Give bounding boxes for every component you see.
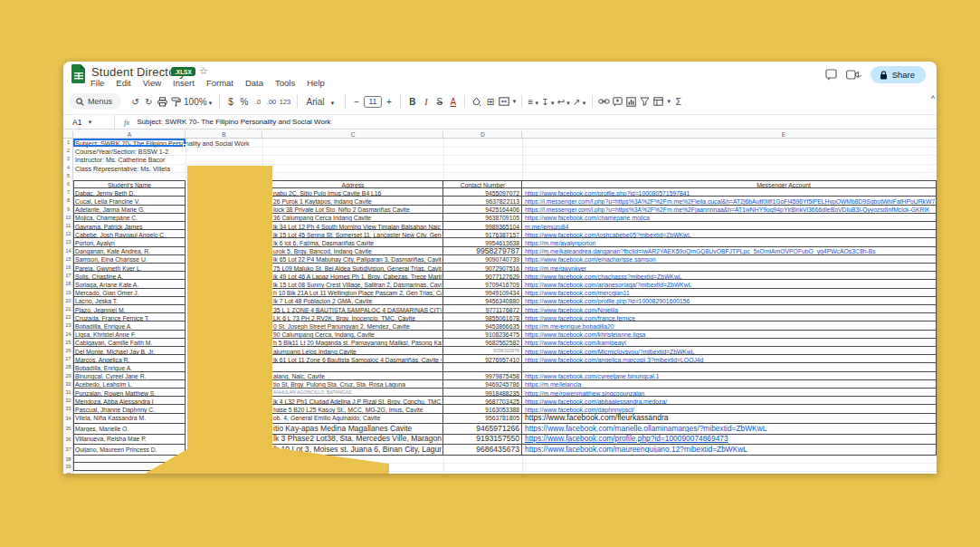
row-header-21[interactable]: 21 [63,305,73,313]
print-button[interactable] [156,97,169,107]
decrease-font-size-button[interactable]: − [350,97,364,107]
cell-address[interactable] [262,363,443,371]
menu-tools[interactable]: Tools [275,78,295,90]
messenger-link[interactable]: https://www.facebook.com/mercgian11 [525,290,935,296]
text-color-button[interactable]: A [446,97,460,107]
row-header-28[interactable]: 28 [63,363,73,371]
row-header-23[interactable]: 23 [63,321,73,330]
italic-button[interactable]: I [419,97,433,107]
messenger-link[interactable]: https://www.facebook.com/arianesoriaga/?… [525,282,935,288]
row-header-29[interactable]: 29 [63,372,73,380]
row-header-10[interactable]: 10 [63,214,73,222]
row-header-39[interactable]: 39 [63,463,73,471]
row-header-18[interactable]: 18 [63,280,73,288]
share-button[interactable]: Share [871,66,926,83]
cell-contact[interactable] [443,363,522,371]
vertical-align-button[interactable]: ↧▼ [540,97,556,107]
strikethrough-button[interactable]: S [433,97,446,107]
messenger-link[interactable]: https://www.facebook.com/maureenquijano.… [525,446,935,454]
zoom-select[interactable]: 100%▼ [183,97,214,107]
merge-cells-button[interactable] [497,97,510,106]
row-header-35[interactable]: 35 [63,424,73,435]
row-header-19[interactable]: 19 [63,289,73,297]
row-header-16[interactable]: 16 [63,264,73,272]
row-header-4[interactable]: 4 [63,164,73,172]
star-icon[interactable]: ☆ [199,65,208,77]
messenger-link[interactable]: https://www.facebook.com/khristelanne.li… [525,331,935,338]
formula-input[interactable]: Subject: SWRK 70- The Filipino Personali… [137,118,330,126]
paint-format-button[interactable] [169,97,183,107]
insert-link-button[interactable] [597,98,611,105]
messenger-link[interactable]: https://www.facebook.com/abbaalessandra.… [525,398,935,405]
increase-font-size-button[interactable]: + [382,97,395,107]
messenger-link[interactable]: https://m.me/kateandrea.danganan?fbclid=… [525,248,935,254]
messenger-link[interactable]: https://m.me/gwynkyer [525,265,935,272]
format-percent-button[interactable]: % [238,97,252,107]
fill-color-button[interactable] [470,97,483,107]
row-header-3[interactable]: 3 [63,155,73,163]
column-header-B[interactable]: B [186,130,262,139]
merge-cells-caret[interactable]: ▼ [511,99,517,104]
row-header-5[interactable]: 5 [63,172,73,180]
cell-messenger[interactable] [522,363,937,371]
messenger-link[interactable]: https://www.facebook.com/angelica.marcos… [525,357,935,363]
row-header-32[interactable]: 32 [63,397,73,405]
row-header-8[interactable]: 8 [63,197,73,205]
messenger-link[interactable]: https://l.messenger.com/l.php?u=https%3A… [525,198,935,205]
menu-data[interactable]: Data [245,78,263,90]
messenger-link[interactable]: https://m.me/rowenmatthew.singcopunzalan [525,390,935,397]
messenger-link[interactable]: m.me/jemuzu84 [525,224,935,230]
menu-view[interactable]: View [143,78,161,90]
menu-help[interactable]: Help [307,78,325,90]
row-header-37[interactable]: 37 [63,445,73,456]
messenger-link[interactable]: https://m.me/enrique.bobadilla20 [525,323,935,330]
row-header-34[interactable]: 34 [63,414,73,425]
selection-fill-handle[interactable] [183,144,186,148]
row-header-20[interactable]: 20 [63,297,73,305]
row-header-25[interactable]: 25 [63,339,73,347]
filter-button[interactable] [638,97,652,106]
messenger-link[interactable]: https://www.facebook.com/cyreeljane.binu… [525,373,935,379]
column-header-A[interactable]: A [73,130,186,139]
font-select[interactable]: Arial▼ [302,97,340,107]
messenger-link[interactable]: https://www.facebook.com/fleurkassandra [525,414,935,422]
messenger-link[interactable]: https://www.facebook.com/marielle.ollami… [525,425,935,433]
redo-button[interactable]: ↻ [142,97,156,107]
messenger-link[interactable]: https://www.facebook.com/profile.php?id=… [525,435,935,443]
row-header-36[interactable]: 36 [63,435,73,446]
menu-file[interactable]: File [90,78,104,90]
google-sheets-logo-icon[interactable] [71,64,86,83]
borders-button[interactable]: ⊞ [483,97,497,107]
bold-button[interactable]: B [405,97,419,107]
messenger-link[interactable]: https://www.facebook.com/einacharisse.sa… [525,256,935,263]
video-call-icon[interactable] [846,70,861,81]
messenger-link[interactable]: https://l.messenger.com/l.php?u=https%3A… [525,206,935,213]
row-header-11[interactable]: 11 [63,222,73,230]
row-header-13[interactable]: 13 [63,238,73,246]
messenger-link[interactable]: https://www.facebook.com/france.fernice [525,315,935,321]
column-header-E[interactable]: E [522,130,937,139]
row-header-6[interactable]: 6 [63,180,73,188]
menu-format[interactable]: Format [206,78,233,90]
row-header-2[interactable]: 2 [63,147,73,155]
name-box[interactable]: A1▼ [63,118,105,127]
text-rotation-button[interactable]: ↗▼ [572,97,587,107]
functions-button[interactable]: Σ [671,97,685,107]
messenger-link[interactable]: https://www.facebook.com/chachasss?mibex… [525,274,935,280]
cell-empty[interactable] [73,463,186,471]
messenger-link[interactable]: https://www.facebook.com/profile.php?id=… [525,190,935,197]
number-format-button[interactable]: 123 [279,98,292,106]
messenger-link[interactable]: https://m.me/leiancia [525,381,935,388]
row-header-24[interactable]: 24 [63,331,73,339]
format-currency-button[interactable]: $ [224,97,238,107]
row-header-9[interactable]: 9 [63,206,73,214]
row-header-33[interactable]: 33 [63,405,73,413]
row-header-22[interactable]: 22 [63,313,73,321]
cell-empty[interactable] [73,456,186,464]
messenger-link[interactable]: https://www.facebook.com/chamepane.mojic… [525,215,935,221]
collapse-toolbar-caret[interactable]: ^ [931,94,935,103]
messenger-link[interactable]: https://www.facebook.com/joshcabebe05?mi… [525,232,935,238]
row-header-31[interactable]: 31 [63,389,73,397]
menu-insert[interactable]: Insert [173,78,195,90]
undo-button[interactable]: ↺ [128,97,142,107]
